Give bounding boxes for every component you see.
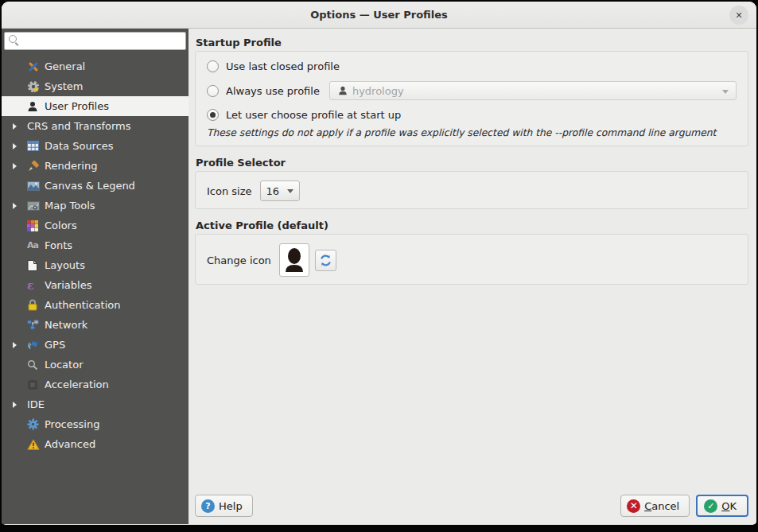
- sidebar-item-label: Network: [45, 319, 87, 331]
- startup-profile-heading: Startup Profile: [196, 37, 748, 49]
- canvas-map-icon: [27, 181, 45, 191]
- sidebar-item-label: Layouts: [45, 259, 85, 271]
- radio-row-always-use[interactable]: Always use profile hydrology: [207, 81, 737, 100]
- sidebar-item-canvas-legend[interactable]: Canvas & Legend: [2, 176, 189, 196]
- sidebar-item-ide[interactable]: IDE: [2, 394, 189, 414]
- sidebar-item-network[interactable]: Network: [2, 315, 189, 335]
- sidebar-item-label: System: [45, 80, 83, 92]
- expand-arrow-icon[interactable]: [13, 123, 17, 130]
- search-icon: [9, 35, 19, 45]
- active-profile-group: Change icon: [195, 234, 748, 285]
- sidebar-item-label: Rendering: [45, 160, 97, 172]
- window-title: Options — User Profiles: [310, 9, 448, 21]
- sidebar-item-advanced[interactable]: Advanced: [2, 434, 189, 454]
- general-tools-icon: [27, 60, 45, 73]
- title-bar: Options — User Profiles ×: [2, 2, 756, 29]
- sidebar-item-data-sources[interactable]: Data Sources: [2, 136, 189, 156]
- startup-profile-group: Use last closed profile Always use profi…: [195, 51, 748, 146]
- help-button-label: Help: [219, 500, 243, 512]
- search-input[interactable]: [4, 32, 186, 50]
- sidebar-item-label: Advanced: [45, 438, 95, 450]
- expand-arrow-icon[interactable]: [13, 342, 17, 348]
- sidebar-item-acceleration[interactable]: Acceleration: [2, 375, 189, 394]
- options-dialog: Options — User Profiles × General: [2, 2, 756, 525]
- sidebar-item-label: Data Sources: [45, 140, 114, 152]
- sidebar-item-gps[interactable]: GPS: [2, 335, 189, 355]
- options-nav-list: General System User Profiles: [2, 52, 189, 524]
- sidebar-item-colors[interactable]: Colors: [2, 216, 189, 235]
- sidebar-item-user-profiles[interactable]: User Profiles: [2, 96, 189, 116]
- chevron-down-icon: [287, 189, 293, 193]
- sidebar-item-layouts[interactable]: Layouts: [2, 255, 189, 275]
- radio-row-last-closed[interactable]: Use last closed profile: [207, 60, 737, 72]
- sidebar-item-rendering[interactable]: Rendering: [2, 156, 189, 176]
- reset-icon-button[interactable]: [315, 250, 336, 271]
- expand-arrow-icon[interactable]: [13, 203, 17, 209]
- system-gear-icon: [27, 80, 45, 93]
- sidebar-item-label: IDE: [27, 398, 45, 410]
- user-profiles-page: Startup Profile Use last closed profile …: [189, 29, 756, 524]
- help-button[interactable]: ? Help: [195, 495, 253, 517]
- icon-size-value: 16: [266, 185, 280, 197]
- profile-selector-heading: Profile Selector: [196, 157, 748, 169]
- map-tools-icon: [27, 201, 45, 211]
- expand-arrow-icon[interactable]: [13, 163, 17, 169]
- sidebar-item-authentication[interactable]: Authentication: [2, 295, 189, 315]
- avatar-silhouette-icon: [284, 247, 305, 273]
- cpu-chip-icon: [27, 379, 45, 390]
- sidebar-item-map-tools[interactable]: Map Tools: [2, 196, 189, 216]
- chevron-down-icon: [722, 90, 729, 94]
- expand-arrow-icon[interactable]: [13, 143, 17, 150]
- icon-size-label: Icon size: [207, 185, 252, 197]
- radio-row-let-user-choose[interactable]: Let user choose profile at start up: [207, 109, 737, 121]
- radio-use-last-closed[interactable]: [207, 60, 219, 72]
- change-icon-label: Change icon: [207, 254, 271, 266]
- sidebar-item-fonts[interactable]: Aa Fonts: [2, 235, 189, 255]
- sidebar-item-general[interactable]: General: [2, 56, 189, 76]
- sidebar: General System User Profiles: [2, 29, 189, 524]
- radio-label: Always use profile: [226, 85, 320, 97]
- profile-selector-group: Icon size 16: [195, 171, 748, 209]
- expand-arrow-icon[interactable]: [13, 402, 17, 408]
- cancel-button[interactable]: ✕ Cancel: [620, 495, 690, 517]
- gps-satellite-icon: [27, 340, 45, 351]
- sidebar-item-locator[interactable]: Locator: [2, 355, 189, 375]
- color-swatches-icon: [27, 220, 45, 231]
- sidebar-item-processing[interactable]: Processing: [2, 414, 189, 434]
- user-profile-icon: [338, 86, 348, 95]
- cancel-button-label: Cancel: [644, 500, 679, 512]
- sidebar-item-variables[interactable]: ε Variables: [2, 275, 189, 295]
- profile-avatar-button[interactable]: [279, 243, 309, 277]
- sidebar-item-label: Fonts: [45, 239, 72, 251]
- radio-label: Let user choose profile at start up: [226, 109, 401, 121]
- sidebar-item-label: Variables: [45, 279, 91, 291]
- sidebar-item-label: Locator: [45, 359, 83, 371]
- cancel-icon: ✕: [627, 499, 640, 513]
- radio-label: Use last closed profile: [226, 60, 340, 72]
- sidebar-item-label: Map Tools: [45, 200, 95, 212]
- selected-profile-value: hydrology: [352, 85, 404, 97]
- profile-select-dropdown[interactable]: hydrology: [329, 81, 737, 100]
- refresh-icon: [319, 254, 332, 267]
- processing-gear-icon: [27, 418, 45, 430]
- dialog-button-box: ? Help ✕ Cancel ✓ OK: [195, 495, 748, 517]
- user-profile-icon: [27, 101, 45, 112]
- radio-always-use-profile[interactable]: [207, 85, 219, 97]
- table-icon: [27, 141, 45, 151]
- ok-button-label: OK: [721, 500, 737, 512]
- paintbrush-icon: [27, 160, 45, 173]
- icon-size-dropdown[interactable]: 16: [260, 181, 300, 201]
- page-layout-icon: [27, 260, 45, 271]
- profile-cli-note: These settings do not apply if a profile…: [207, 127, 737, 138]
- close-icon[interactable]: ×: [729, 6, 748, 25]
- sidebar-item-system[interactable]: System: [2, 76, 189, 96]
- ok-button[interactable]: ✓ OK: [696, 495, 748, 517]
- radio-let-user-choose[interactable]: [207, 109, 219, 121]
- sidebar-item-label: Canvas & Legend: [45, 180, 135, 192]
- locator-search-icon: [27, 359, 45, 371]
- sidebar-item-label: Authentication: [45, 299, 120, 311]
- sidebar-item-label: GPS: [45, 339, 65, 351]
- sidebar-item-crs-and-transforms[interactable]: CRS and Transforms: [2, 116, 189, 136]
- sidebar-item-label: Colors: [45, 219, 77, 231]
- network-icon: [27, 320, 45, 330]
